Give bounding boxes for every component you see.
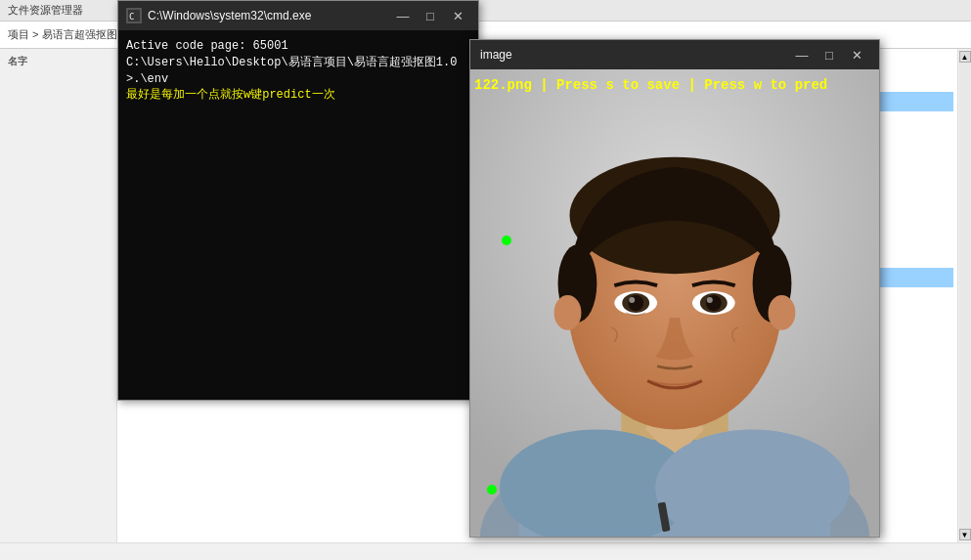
sidebar-label: 名字 [0,53,116,70]
image-minimize-button[interactable]: — [789,45,815,65]
svg-point-15 [554,295,582,330]
svg-point-24 [707,297,713,303]
cmd-window: C C:\Windows\system32\cmd.exe — □ ✕ Acti… [117,0,479,401]
explorer-title: 文件资源管理器 [8,3,83,18]
scroll-up-button[interactable]: ▲ [959,51,971,63]
cmd-title-text: C:\Windows\system32\cmd.exe [148,9,311,22]
image-window-controls: — □ ✕ [789,45,869,65]
cmd-icon: C [126,8,142,23]
image-overlay-text: 122.png | Press s to save | Press w to p… [470,75,879,95]
scroll-track [959,63,971,529]
svg-point-19 [628,295,643,311]
svg-point-16 [769,295,796,330]
cmd-close-button[interactable]: ✕ [445,6,470,25]
cmd-line: C:\Users\Hello\Desktop\易语言项目\易语言超强抠图1.0>… [126,55,470,88]
svg-text:C: C [129,12,134,22]
cmd-maximize-button[interactable]: □ [418,6,443,25]
image-window: image — □ ✕ [469,39,880,538]
green-dot-bottom [487,485,497,495]
image-close-button[interactable]: ✕ [844,45,869,65]
svg-point-23 [706,295,722,311]
image-title: image [480,48,512,62]
image-titlebar: image — □ ✕ [470,40,879,69]
image-body: 122.png | Press s to save | Press w to p… [470,69,879,537]
scroll-down-button[interactable]: ▼ [959,529,971,540]
breadcrumb-text: 项目 > 易语言超强抠图1. [8,27,126,42]
cmd-minimize-button[interactable]: — [390,6,416,25]
cmd-line-yellow: 最好是每加一个点就按w键predict一次 [126,87,470,104]
cmd-titlebar: C C:\Windows\system32\cmd.exe — □ ✕ [118,1,478,30]
image-maximize-button[interactable]: □ [817,45,842,65]
cmd-body: Active code page: 65001 C:\Users\Hello\D… [118,30,478,400]
cmd-window-controls: — □ ✕ [390,6,470,25]
status-bar [0,542,971,560]
scrollbar[interactable]: ▲ ▼ [957,49,971,542]
svg-point-20 [629,297,635,303]
cmd-title: C C:\Windows\system32\cmd.exe [126,8,311,23]
explorer-sidebar: 名字 [0,49,117,542]
cmd-line: Active code page: 65001 [126,38,470,55]
portrait-image [470,69,879,537]
green-dot-left [502,236,511,245]
